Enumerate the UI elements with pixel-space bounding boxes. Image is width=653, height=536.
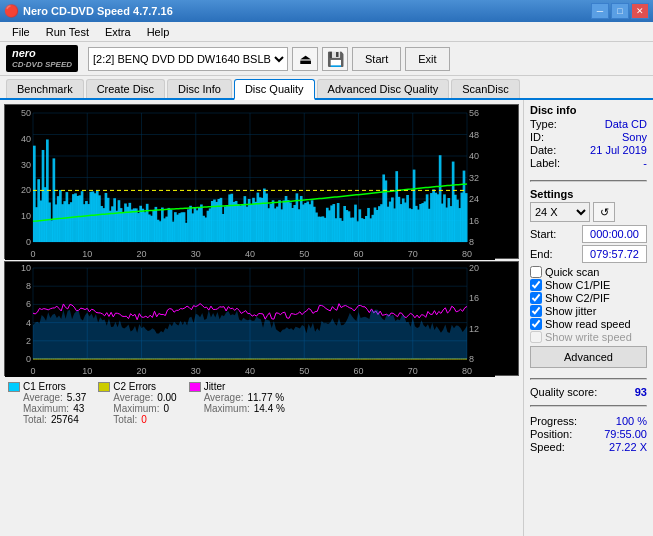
disc-type-label: Type: <box>530 118 557 130</box>
speed-row: 24 X ↺ <box>530 202 647 222</box>
show-read-speed-label: Show read speed <box>545 318 631 330</box>
quality-score-value: 93 <box>635 386 647 398</box>
show-c1-pie-checkbox[interactable] <box>530 279 542 291</box>
minimize-button[interactable]: ─ <box>591 3 609 19</box>
quick-scan-checkbox[interactable] <box>530 266 542 278</box>
disc-label-value: - <box>643 157 647 169</box>
c2-pif-row: Show C2/PIF <box>530 292 647 304</box>
maximize-button[interactable]: □ <box>611 3 629 19</box>
disc-info-section: Disc info Type: Data CD ID: Sony Date: 2… <box>530 104 647 170</box>
quick-scan-label: Quick scan <box>545 266 599 278</box>
show-c1-pie-label: Show C1/PIE <box>545 279 610 291</box>
app-title: Nero CD-DVD Speed 4.7.7.16 <box>23 5 173 17</box>
c1-pie-row: Show C1/PIE <box>530 279 647 291</box>
disc-date-row: Date: 21 Jul 2019 <box>530 144 647 156</box>
menu-bar: File Run Test Extra Help <box>0 22 653 42</box>
tab-disc-info[interactable]: Disc Info <box>167 79 232 98</box>
right-panel: Disc info Type: Data CD ID: Sony Date: 2… <box>523 100 653 536</box>
menu-help[interactable]: Help <box>139 24 178 40</box>
start-label: Start: <box>530 228 556 240</box>
disc-date-value: 21 Jul 2019 <box>590 144 647 156</box>
top-chart <box>4 104 519 259</box>
disc-id-row: ID: Sony <box>530 131 647 143</box>
quality-score-label: Quality score: <box>530 386 597 398</box>
speed-select[interactable]: 24 X <box>530 202 590 222</box>
c2-legend: C2 Errors Average: 0.00 Maximum: 0 Total… <box>98 381 176 425</box>
menu-run-test[interactable]: Run Test <box>38 24 97 40</box>
c2-label: C2 Errors <box>113 381 156 392</box>
disc-type-value: Data CD <box>605 118 647 130</box>
settings-section: Settings 24 X ↺ Start: End: Quick scan <box>530 188 647 368</box>
start-time-row: Start: <box>530 225 647 243</box>
read-speed-row: Show read speed <box>530 318 647 330</box>
exit-button[interactable]: Exit <box>405 47 449 71</box>
save-button[interactable]: 💾 <box>322 47 348 71</box>
progress-label: Progress: <box>530 415 577 427</box>
disc-label-label: Label: <box>530 157 560 169</box>
tab-benchmark[interactable]: Benchmark <box>6 79 84 98</box>
speed-value: 27.22 X <box>609 441 647 453</box>
show-write-speed-checkbox <box>530 331 542 343</box>
show-c2-pif-label: Show C2/PIF <box>545 292 610 304</box>
title-bar: 🔴 Nero CD-DVD Speed 4.7.7.16 ─ □ ✕ <box>0 0 653 22</box>
end-time-input[interactable] <box>582 245 647 263</box>
jitter-stats: Average: 11.77 % Maximum: 14.4 % <box>204 392 285 414</box>
jitter-label: Jitter <box>204 381 226 392</box>
position-row: Position: 79:55.00 <box>530 428 647 440</box>
progress-value: 100 % <box>616 415 647 427</box>
position-label: Position: <box>530 428 572 440</box>
chart-area: C1 Errors Average: 5.37 Maximum: 43 Tota… <box>0 100 523 536</box>
progress-row: Progress: 100 % <box>530 415 647 427</box>
start-time-input[interactable] <box>582 225 647 243</box>
disc-date-label: Date: <box>530 144 556 156</box>
end-time-row: End: <box>530 245 647 263</box>
show-read-speed-checkbox[interactable] <box>530 318 542 330</box>
show-write-speed-label: Show write speed <box>545 331 632 343</box>
end-label: End: <box>530 248 553 260</box>
toolbar: nero CD·DVD SPEED [2:2] BENQ DVD DD DW16… <box>0 42 653 76</box>
c1-label: C1 Errors <box>23 381 66 392</box>
c2-stats: Average: 0.00 Maximum: 0 Total: 0 <box>113 392 176 425</box>
tabs: Benchmark Create Disc Disc Info Disc Qua… <box>0 76 653 100</box>
start-button[interactable]: Start <box>352 47 401 71</box>
bottom-chart <box>4 261 519 376</box>
app-icon: 🔴 <box>4 4 19 18</box>
disc-id-value: Sony <box>622 131 647 143</box>
c2-color-box <box>98 382 110 392</box>
eject-button[interactable]: ⏏ <box>292 47 318 71</box>
disc-label-row: Label: - <box>530 157 647 169</box>
quick-scan-row: Quick scan <box>530 266 647 278</box>
menu-extra[interactable]: Extra <box>97 24 139 40</box>
c1-color-box <box>8 382 20 392</box>
main-content: C1 Errors Average: 5.37 Maximum: 43 Tota… <box>0 100 653 536</box>
legend: C1 Errors Average: 5.37 Maximum: 43 Tota… <box>4 378 519 428</box>
jitter-row: Show jitter <box>530 305 647 317</box>
write-speed-row: Show write speed <box>530 331 647 343</box>
tab-advanced-disc-quality[interactable]: Advanced Disc Quality <box>317 79 450 98</box>
menu-file[interactable]: File <box>4 24 38 40</box>
settings-title: Settings <box>530 188 647 200</box>
title-bar-controls: ─ □ ✕ <box>591 3 649 19</box>
close-button[interactable]: ✕ <box>631 3 649 19</box>
advanced-button[interactable]: Advanced <box>530 346 647 368</box>
jitter-color-box <box>189 382 201 392</box>
refresh-button[interactable]: ↺ <box>593 202 615 222</box>
tab-scan-disc[interactable]: ScanDisc <box>451 79 519 98</box>
tab-create-disc[interactable]: Create Disc <box>86 79 165 98</box>
c1-stats: Average: 5.37 Maximum: 43 Total: 25764 <box>23 392 86 425</box>
jitter-legend: Jitter Average: 11.77 % Maximum: 14.4 % <box>189 381 285 425</box>
title-bar-left: 🔴 Nero CD-DVD Speed 4.7.7.16 <box>4 4 173 18</box>
disc-info-title: Disc info <box>530 104 647 116</box>
disc-id-label: ID: <box>530 131 544 143</box>
show-jitter-checkbox[interactable] <box>530 305 542 317</box>
speed-row: Speed: 27.22 X <box>530 441 647 453</box>
tab-disc-quality[interactable]: Disc Quality <box>234 79 315 100</box>
disc-type-row: Type: Data CD <box>530 118 647 130</box>
progress-section: Progress: 100 % Position: 79:55.00 Speed… <box>530 415 647 454</box>
show-c2-pif-checkbox[interactable] <box>530 292 542 304</box>
quality-score-row: Quality score: 93 <box>530 386 647 398</box>
c1-legend: C1 Errors Average: 5.37 Maximum: 43 Tota… <box>8 381 86 425</box>
nero-logo: nero CD·DVD SPEED <box>6 45 78 72</box>
drive-select[interactable]: [2:2] BENQ DVD DD DW1640 BSLB <box>88 47 288 71</box>
position-value: 79:55.00 <box>604 428 647 440</box>
